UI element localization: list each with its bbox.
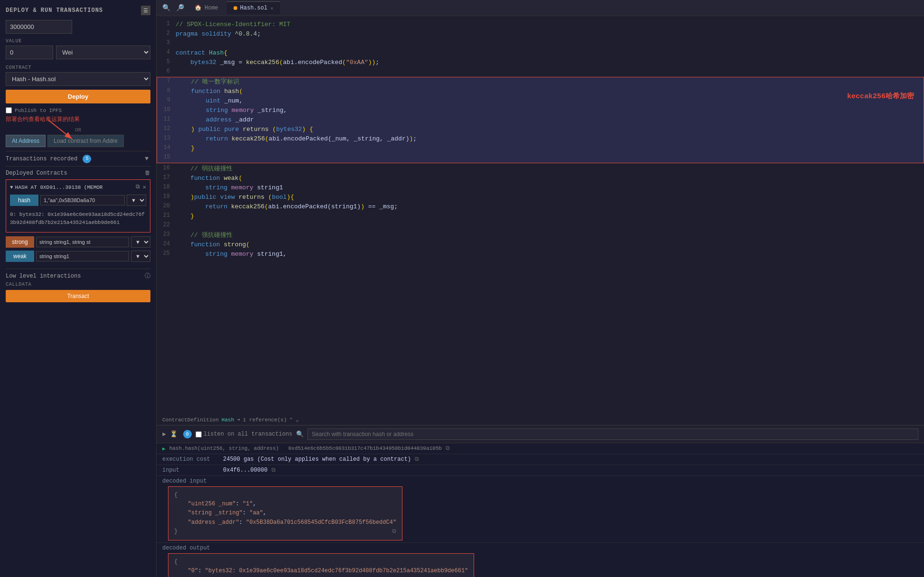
copy-exec-icon[interactable]: ⧉ (415, 456, 419, 463)
tx-recorded-label: Transactions recorded (6, 155, 77, 162)
breadcrumb-up-icon[interactable]: ⌃ (289, 417, 293, 423)
contract-select[interactable]: Hash - Hash.sol (6, 72, 150, 86)
tx-hash-row: ▶ hash.hash(uint256, string, address) 0x… (157, 443, 924, 454)
transact-button[interactable]: Transact (6, 290, 150, 302)
close-contract-icon[interactable]: ✕ (143, 184, 146, 191)
code-line-15: 15 (157, 153, 924, 163)
strong-method-button[interactable]: strong (6, 236, 34, 248)
contract-expand-arrow[interactable]: ▼ (10, 185, 13, 190)
panel-title: DEPLOY & RUN TRANSACTIONS ☰ (6, 6, 150, 15)
editor-area: 🔍 🔎 🏠 Home Hash.sol ✕ 1 // SPDX-License-… (157, 0, 924, 425)
exec-cost-label: execution cost (162, 456, 219, 463)
hash-method-select[interactable]: ▼ (127, 195, 146, 206)
code-line-13: 13 return keccak256(abi.encodePacked(_nu… (157, 134, 924, 144)
code-line-5: 5 bytes32 _msg = keccak256(abi.encodePac… (157, 58, 924, 67)
bottom-toolbar: ► ⏳ 0 listen on all transactions 🔍 (157, 426, 924, 443)
hash-method-row: hash ▼ (10, 195, 146, 206)
bottom-content: ▶ hash.hash(uint256, string, address) 0x… (157, 443, 924, 577)
gas-limit-input[interactable] (6, 20, 72, 34)
tab-bar: 🔍 🔎 🏠 Home Hash.sol ✕ (157, 0, 924, 16)
breadcrumb-down-icon[interactable]: ⌄ (296, 417, 299, 423)
code-line-19: 19 )public view returns (bool){ (157, 193, 924, 202)
copy-address-icon[interactable]: ⧉ (136, 184, 140, 191)
home-tab-icon: 🏠 (195, 4, 202, 11)
decoded-input-box: { "uint256 _num": "1", "string _string":… (168, 486, 402, 540)
code-line-12: 12 ) public pure returns (bytes32) { (157, 125, 924, 134)
zoom-in-icon[interactable]: 🔎 (174, 2, 186, 14)
history-icon[interactable]: ⏳ (170, 430, 177, 438)
left-panel: DEPLOY & RUN TRANSACTIONS ☰ VALUE Wei Gw… (0, 0, 157, 577)
contract-instance-label: HASH AT 0XD91...39138 (MEMOR (15, 185, 103, 190)
weak-method-select[interactable]: ▼ (131, 251, 150, 262)
breadcrumb-arrow-icon: ➜ (237, 417, 240, 423)
tx-expand-arrow[interactable]: ▼ (143, 154, 150, 163)
decoded-input-label: decoded input (162, 478, 219, 484)
code-line-9: 9 uint _num, (157, 96, 924, 106)
code-line-25: 25 string memory string1, (157, 250, 924, 259)
bottom-panel: ► ⏳ 0 listen on all transactions 🔍 ▶ has… (157, 425, 924, 577)
zoom-out-icon[interactable]: 🔍 (160, 2, 172, 14)
unit-select[interactable]: Wei Gwei Ether (56, 46, 150, 59)
tx-count-badge: 5 (83, 155, 91, 163)
at-address-button[interactable]: At Address (6, 135, 46, 147)
strong-method-select[interactable]: ▼ (131, 236, 150, 248)
weak-method-button[interactable]: weak (6, 251, 34, 262)
strong-params-input[interactable] (36, 237, 129, 247)
publish-ipfs-label: Publish to IPFS (15, 108, 62, 113)
copy-decoded-input-icon[interactable]: ⧉ (392, 527, 396, 536)
tab-hash-sol[interactable]: Hash.sol ✕ (227, 1, 280, 14)
hash-params-input[interactable] (40, 195, 125, 205)
svg-line-1 (48, 120, 72, 139)
code-editor[interactable]: 1 // SPDX-License-Identifier: MIT 2 prag… (157, 16, 924, 415)
deploy-button[interactable]: Deploy (6, 90, 150, 103)
low-level-row: Low level interactions ⓘ (6, 269, 150, 280)
code-line-10: 10 string memory _string, (157, 106, 924, 115)
code-line-4: 4 contract Hash{ (157, 48, 924, 58)
code-line-21: 21 } (157, 212, 924, 221)
copy-tx-icon[interactable]: ⧉ (446, 445, 450, 452)
input-row: input 0x4f6...00000 ⧉ (157, 465, 924, 476)
breadcrumb-hash: Hash (222, 417, 234, 423)
input-value: 0x4f6...00000 (223, 467, 268, 474)
deployed-contract-box: ▼ HASH AT 0XD91...39138 (MEMOR ⧉ ✕ hash … (6, 179, 150, 233)
info-icon[interactable]: ⓘ (145, 272, 150, 280)
code-line-8: 8 function hash( (157, 87, 924, 96)
deployed-contracts-row: Deployed Contracts 🗑 (6, 169, 150, 177)
hash-method-button[interactable]: hash (10, 195, 38, 206)
listen-label: listen on all transactions (204, 431, 292, 437)
strong-method-row: strong ▼ (6, 236, 150, 248)
keccak-annotation: keccak256哈希加密 (847, 92, 914, 101)
weak-params-input[interactable] (36, 251, 129, 261)
contract-header: ▼ HASH AT 0XD91...39138 (MEMOR ⧉ ✕ (10, 184, 146, 191)
code-line-6: 6 (157, 67, 924, 77)
copy-input-icon[interactable]: ⧉ (271, 467, 276, 474)
trash-icon[interactable]: 🗑 (145, 169, 150, 177)
annotation-arrow (44, 115, 101, 144)
home-tab-label: Home (205, 5, 218, 11)
contract-label: CONTRACT (6, 65, 150, 70)
file-modified-dot (233, 6, 237, 10)
publish-ipfs-row: Publish to IPFS (6, 107, 150, 113)
transactions-recorded-row: Transactions recorded 5 ▼ (6, 151, 150, 167)
code-line-11: 11 address _addr (157, 115, 924, 125)
search-input[interactable] (308, 428, 918, 440)
panel-menu-btn[interactable]: ☰ (141, 6, 150, 15)
collapse-icon[interactable]: ► (162, 431, 166, 438)
calldata-label: CALLDATA (6, 282, 150, 287)
code-line-14: 14 } (157, 144, 924, 153)
breadcrumb: ContractDefinition Hash ➜ 1 reference(s)… (157, 415, 924, 425)
right-panel: 🔍 🔎 🏠 Home Hash.sol ✕ 1 // SPDX-License-… (157, 0, 924, 577)
weak-method-row: weak ▼ (6, 251, 150, 262)
exec-cost-value: 24500 gas (Cost only applies when called… (223, 456, 411, 463)
file-tab-label: Hash.sol (240, 5, 268, 11)
listen-checkbox[interactable] (196, 431, 202, 437)
publish-ipfs-checkbox[interactable] (6, 107, 12, 113)
value-input[interactable] (6, 46, 53, 59)
highlighted-block: keccak256哈希加密 7 // 唯一数字标识 8 function has… (157, 77, 924, 163)
execution-cost-row: execution cost 24500 gas (Cost only appl… (157, 454, 924, 465)
decoded-output-box: { "0": "bytes32: 0x1e39ae6c0ee93aa18d5cd… (168, 553, 474, 577)
close-tab-icon[interactable]: ✕ (270, 5, 273, 11)
tab-home[interactable]: 🏠 Home (188, 1, 225, 14)
hash-result: 0: bytes32: 0x1e39ae6c0ee93aa18d5cd24edc… (10, 209, 146, 228)
code-line-17: 17 function weak( (157, 174, 924, 183)
